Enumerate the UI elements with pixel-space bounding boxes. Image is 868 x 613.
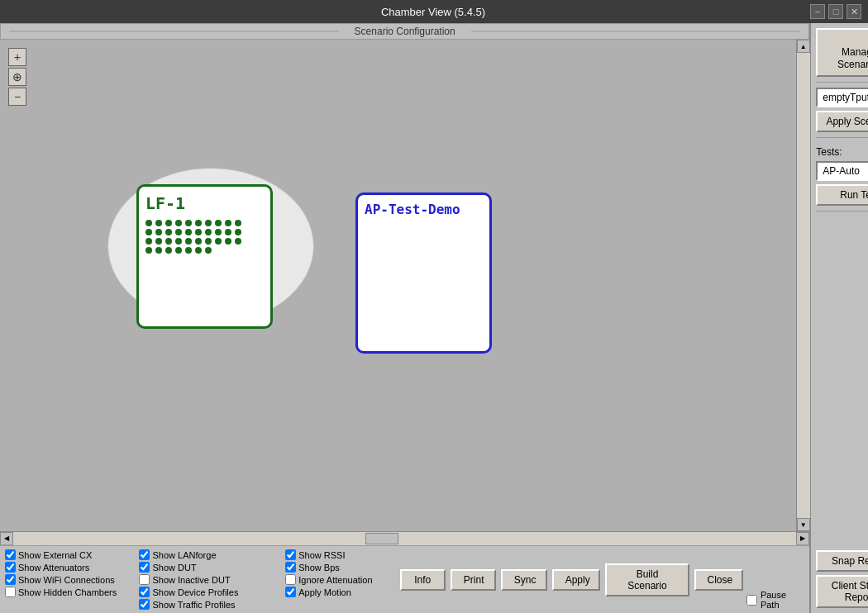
snap-report-button[interactable]: Snap Report	[816, 550, 868, 572]
cb-show-dut[interactable]: Show DUT	[139, 562, 285, 573]
dot	[175, 247, 182, 254]
info-button[interactable]: Info	[400, 569, 446, 591]
panel-divider-1	[816, 82, 868, 83]
ap-device-box[interactable]: AP-Test-Demo	[355, 192, 492, 354]
dot	[165, 229, 172, 235]
dot	[205, 247, 212, 254]
window-controls: − □ ✕	[810, 4, 861, 19]
cb-apply-motion-input[interactable]	[285, 587, 296, 597]
build-scenario-button[interactable]: Build Scenario	[605, 563, 689, 596]
cb-show-inactive-dut-input[interactable]	[139, 574, 150, 585]
run-test-button[interactable]: Run Test	[816, 184, 868, 206]
bottom-controls-area: Show External CX Show Attenuators Show W…	[0, 544, 809, 613]
h-scroll-track	[13, 532, 796, 545]
dots-row-4	[145, 247, 241, 254]
horizontal-scrollbar[interactable]: ◀ ▶	[0, 531, 809, 544]
cb-show-hidden-chambers[interactable]: Show Hidden Chambers	[5, 587, 139, 597]
manage-scenarios-button[interactable]: Manage Scenarios	[816, 28, 868, 77]
scroll-down-button[interactable]: ▼	[797, 518, 810, 531]
cb-show-rssi[interactable]: Show RSSI	[285, 549, 400, 560]
cb-show-bps[interactable]: Show Bps	[285, 562, 400, 573]
dot	[185, 238, 192, 245]
close-button[interactable]: Close	[694, 569, 743, 591]
scroll-left-button[interactable]: ◀	[0, 532, 13, 545]
lf1-dots	[145, 220, 241, 254]
cb-show-hidden-chambers-input[interactable]	[5, 587, 16, 597]
cb-show-traffic-profiles[interactable]: Show Traffic Profiles	[139, 599, 285, 610]
dot	[145, 229, 152, 235]
cb-show-inactive-dut-label: Show Inactive DUT	[152, 575, 230, 585]
panel-divider-2	[816, 137, 868, 138]
dot	[205, 220, 212, 226]
cb-apply-motion[interactable]: Apply Motion	[285, 587, 400, 597]
dot	[195, 220, 202, 226]
cb-show-device-profiles-label: Show Device Profiles	[152, 587, 238, 597]
dots-row-3	[145, 238, 241, 245]
dot	[165, 247, 172, 254]
cb-show-wifi-connections[interactable]: Show WiFi Connections	[5, 574, 139, 585]
pause-path-checkbox-row[interactable]: Pause Path	[743, 590, 804, 610]
bottom-columns: Show External CX Show Attenuators Show W…	[5, 549, 804, 610]
cb-show-rssi-input[interactable]	[285, 549, 296, 560]
close-button[interactable]: ✕	[847, 4, 861, 19]
ap-name: AP-Test-Demo	[365, 202, 460, 217]
dot	[235, 238, 241, 245]
dot	[235, 229, 241, 235]
client-status-report-button[interactable]: Client Status Report	[816, 575, 868, 608]
cb-show-lanforge-input[interactable]	[139, 549, 150, 560]
cb-ignore-attenuation-input[interactable]	[285, 574, 296, 585]
dot	[175, 220, 182, 226]
sync-button[interactable]: Sync	[501, 569, 547, 591]
apply-button[interactable]: Apply	[552, 569, 601, 591]
dot	[185, 247, 192, 254]
lf1-name: LF-1	[145, 193, 185, 213]
cb-ignore-attenuation[interactable]: Ignore Attenuation	[285, 574, 400, 585]
cb-show-wifi-connections-input[interactable]	[5, 574, 16, 585]
scenario-select[interactable]: emptyTput	[816, 88, 868, 107]
cb-show-bps-input[interactable]	[285, 562, 296, 573]
dot	[195, 238, 202, 245]
cb-show-attenuators[interactable]: Show Attenuators	[5, 562, 139, 573]
minimize-button[interactable]: −	[810, 4, 825, 19]
bottom-right-area: Pause Path	[743, 549, 804, 610]
tests-label: Tests:	[816, 146, 868, 158]
pause-path-input[interactable]	[746, 595, 757, 606]
dot	[165, 238, 172, 245]
tests-select-row: AP-Auto ▼	[816, 161, 868, 181]
bottom-col-1: Show External CX Show Attenuators Show W…	[5, 549, 139, 610]
app-title: Chamber View (5.4.5)	[56, 6, 810, 18]
cb-show-rssi-label: Show RSSI	[298, 550, 345, 560]
print-button[interactable]: Print	[451, 569, 496, 591]
scroll-track	[797, 53, 810, 518]
vertical-scrollbar[interactable]: ▲ ▼	[796, 40, 809, 531]
canvas-area: + ⊕ − LF-1	[0, 40, 796, 531]
cb-show-device-profiles-input[interactable]	[139, 587, 150, 597]
dot	[175, 229, 182, 235]
maximize-button[interactable]: □	[828, 4, 843, 19]
cb-show-external-cx[interactable]: Show External CX	[5, 549, 139, 560]
zoom-out-button[interactable]: −	[8, 88, 26, 106]
cb-show-attenuators-input[interactable]	[5, 562, 16, 573]
h-scroll-thumb	[365, 533, 398, 544]
zoom-fit-button[interactable]: ⊕	[8, 68, 26, 86]
cb-show-dut-input[interactable]	[139, 562, 150, 573]
cb-show-inactive-dut[interactable]: Show Inactive DUT	[139, 574, 285, 585]
cb-show-device-profiles[interactable]: Show Device Profiles	[139, 587, 285, 597]
zoom-in-button[interactable]: +	[8, 48, 26, 66]
dot	[215, 220, 222, 226]
cb-show-bps-label: Show Bps	[298, 563, 340, 573]
cb-show-traffic-profiles-input[interactable]	[139, 599, 150, 610]
apply-scenario-button[interactable]: Apply Scenario	[816, 111, 868, 132]
dot	[185, 229, 192, 235]
lf1-device-box[interactable]: LF-1	[136, 184, 273, 329]
cb-show-external-cx-input[interactable]	[5, 549, 16, 560]
cb-show-lanforge-label: Show LANforge	[152, 550, 216, 560]
main-container: Scenario Configuration + ⊕ − LF-1	[0, 23, 868, 613]
tests-select[interactable]: AP-Auto	[816, 161, 868, 181]
action-buttons-area: Info Print Sync Apply Build Scenario Clo…	[400, 549, 743, 610]
scroll-right-button[interactable]: ▶	[796, 532, 809, 545]
right-panel: Manage Scenarios emptyTput ▼ Apply Scena…	[811, 23, 868, 613]
cb-show-hidden-chambers-label: Show Hidden Chambers	[18, 587, 117, 597]
cb-show-lanforge[interactable]: Show LANforge	[139, 549, 285, 560]
scroll-up-button[interactable]: ▲	[797, 40, 810, 53]
